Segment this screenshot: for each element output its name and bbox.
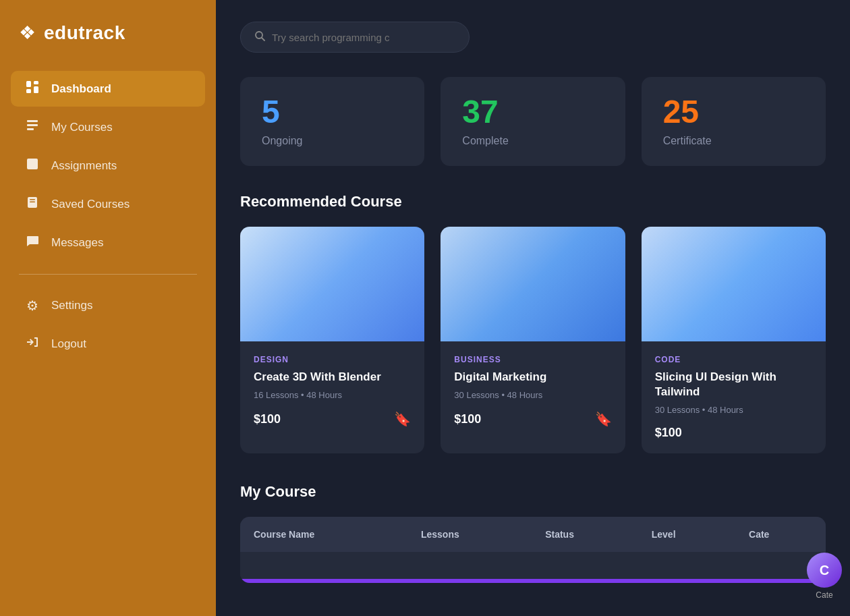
course-price-tailwind: $100 [655,426,682,440]
stat-label-certificate: Certificate [663,135,804,147]
nav-bottom: ⚙ Settings Logout [0,288,216,362]
logout-icon [24,335,40,352]
sidebar-item-logout[interactable]: Logout [11,326,205,362]
course-title-blender: Create 3D With Blender [254,370,411,385]
svg-rect-8 [30,199,35,200]
dashboard-label: Dashboard [51,82,111,96]
svg-rect-0 [26,81,31,87]
col-course-name: Course Name [240,517,407,552]
course-image-tailwind [642,227,826,341]
avatar-initials: C [820,563,829,578]
sidebar-item-messages[interactable]: Messages [11,225,205,260]
table-header-row: Course Name Lessons Status Level Cate [240,517,826,552]
bookmark-icon-marketing[interactable]: 🔖 [595,411,612,427]
stats-row: 5 Ongoing 37 Complete 25 Certificate [240,77,826,166]
stat-number-complete: 37 [462,96,603,128]
course-meta-tailwind: 30 Lessons • 48 Hours [655,405,812,415]
sidebar-item-my-courses[interactable]: My Courses [11,109,205,145]
table-row [240,552,826,579]
my-courses-icon [24,119,40,136]
col-status: Status [532,517,638,552]
messages-icon [24,234,40,251]
stat-card-certificate: 25 Certificate [642,77,826,166]
course-title-tailwind: Slicing UI Design With Tailwind [655,370,812,399]
svg-line-11 [262,38,264,40]
course-price-marketing: $100 [454,412,481,426]
logo-icon: ❖ [19,22,36,44]
my-courses-label: My Courses [51,121,113,134]
user-avatar-section: C Cate [807,553,842,600]
bookmark-icon-blender[interactable]: 🔖 [394,411,411,427]
stat-card-ongoing: 5 Ongoing [240,77,424,166]
recommended-title: Recommended Course [240,193,826,211]
my-course-section: My Course Course Name Lessons Status Lev… [240,483,826,583]
course-card-blender[interactable]: DESIGN Create 3D With Blender 16 Lessons… [240,227,424,453]
user-name: Cate [816,590,832,600]
svg-rect-3 [34,86,38,93]
dashboard-icon [24,80,40,97]
table-row-accent [240,579,826,583]
search-icon [254,30,265,44]
assignments-icon [24,157,40,174]
stat-number-certificate: 25 [663,96,804,128]
app-logo: ❖ edutrack [0,0,216,71]
course-title-marketing: Digital Marketing [454,370,611,385]
settings-label: Settings [51,299,92,312]
recommended-section: Recommended Course DESIGN Create 3D With… [240,193,826,453]
stat-number-ongoing: 5 [262,96,403,128]
messages-label: Messages [51,236,103,250]
svg-rect-5 [27,124,38,126]
avatar[interactable]: C [807,553,842,588]
svg-rect-2 [26,89,31,93]
svg-rect-4 [27,120,38,122]
svg-rect-9 [30,202,35,203]
sidebar: ❖ edutrack Dashboard [0,0,216,616]
my-course-title: My Course [240,483,826,501]
nav-menu: Dashboard My Courses Assignments [0,71,216,260]
logout-label: Logout [51,337,86,351]
assignments-label: Assignments [51,159,117,173]
svg-rect-1 [34,81,38,84]
saved-courses-label: Saved Courses [51,198,130,211]
course-category-marketing: BUSINESS [454,355,611,364]
search-input[interactable] [272,32,455,43]
svg-rect-6 [27,128,34,130]
course-category-blender: DESIGN [254,355,411,364]
col-level: Level [638,517,735,552]
course-meta-marketing: 30 Lessons • 48 Hours [454,390,611,400]
course-card-marketing[interactable]: BUSINESS Digital Marketing 30 Lessons • … [441,227,625,453]
settings-icon: ⚙ [24,298,40,314]
stat-label-complete: Complete [462,135,603,147]
nav-divider [19,274,197,275]
search-bar[interactable] [240,22,470,53]
course-cards-row: DESIGN Create 3D With Blender 16 Lessons… [240,227,826,453]
course-card-tailwind[interactable]: CODE Slicing UI Design With Tailwind 30 … [642,227,826,453]
course-category-tailwind: CODE [655,355,812,364]
course-image-marketing [441,227,625,341]
sidebar-item-settings[interactable]: ⚙ Settings [11,288,205,323]
sidebar-item-assignments[interactable]: Assignments [11,148,205,184]
col-category: Cate [735,517,826,552]
course-price-blender: $100 [254,412,281,426]
stat-card-complete: 37 Complete [441,77,625,166]
app-name: edutrack [44,22,125,44]
sidebar-item-saved-courses[interactable]: Saved Courses [11,186,205,222]
col-lessons: Lessons [407,517,532,552]
course-meta-blender: 16 Lessons • 48 Hours [254,390,411,400]
my-course-table: Course Name Lessons Status Level Cate [240,517,826,583]
course-image-blender [240,227,424,341]
main-content: 5 Ongoing 37 Complete 25 Certificate Rec… [216,0,850,616]
saved-courses-icon [24,196,40,213]
stat-label-ongoing: Ongoing [262,135,403,147]
sidebar-item-dashboard[interactable]: Dashboard [11,71,205,107]
